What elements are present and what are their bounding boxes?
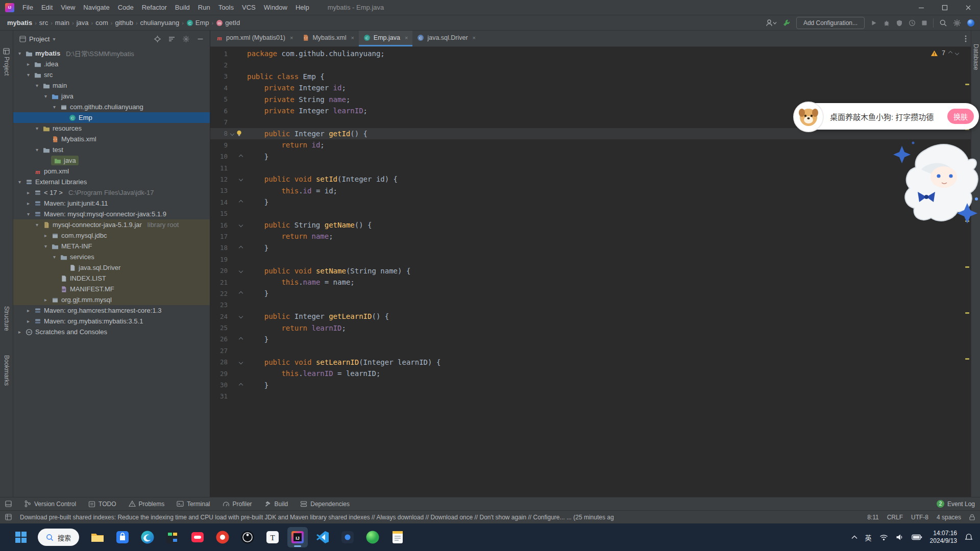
line-number[interactable]: 16 bbox=[210, 221, 228, 229]
code-line-20[interactable]: 20 public void setName(String name) { bbox=[210, 265, 971, 276]
tree-collapse-arrow-icon[interactable]: ▾ bbox=[34, 222, 40, 228]
tab-pom.xml-mybatis01[interactable]: mpom.xml (Mybatis01)× bbox=[211, 31, 298, 46]
tree-item-com.github.chulianyuang[interactable]: ▾com.github.chulianyuang bbox=[13, 102, 210, 112]
wrench-icon[interactable] bbox=[782, 17, 791, 29]
collapse-all-icon[interactable] bbox=[166, 33, 177, 44]
line-number[interactable]: 24 bbox=[210, 313, 228, 320]
line-number[interactable]: 19 bbox=[210, 256, 228, 263]
taskbar-app-obs[interactable] bbox=[237, 527, 258, 547]
tree-collapse-arrow-icon[interactable]: ▾ bbox=[42, 93, 49, 99]
tree-collapse-arrow-icon[interactable]: ▾ bbox=[34, 126, 40, 131]
code-line-4[interactable]: 4 private Integer id; bbox=[210, 82, 971, 93]
tree-item-org.gjt.mm.mysql[interactable]: ▸org.gjt.mm.mysql bbox=[13, 294, 210, 305]
start-button[interactable] bbox=[11, 527, 31, 547]
tree-item-maven-junit-junit-4.11[interactable]: ▸Maven: junit:junit:4.11 bbox=[13, 198, 210, 209]
tree-collapse-arrow-icon[interactable]: ▾ bbox=[34, 83, 40, 88]
toolwindow-button-problems[interactable]: Problems bbox=[129, 500, 165, 508]
code-line-3[interactable]: 3public class Emp { bbox=[210, 71, 971, 82]
code-line-10[interactable]: 10 } bbox=[210, 151, 971, 162]
line-number[interactable]: 26 bbox=[210, 335, 228, 343]
taskbar-app-pycharm[interactable] bbox=[162, 527, 183, 547]
tree-collapse-arrow-icon[interactable]: ▾ bbox=[42, 243, 49, 249]
tool-strip-structure[interactable]: Structure bbox=[0, 306, 13, 331]
tree-expand-arrow-icon[interactable]: ▸ bbox=[25, 308, 32, 313]
tree-item-meta-inf[interactable]: ▾META-INF bbox=[13, 241, 210, 252]
tool-strip-project[interactable]: Project bbox=[0, 48, 13, 76]
bell-icon[interactable] bbox=[965, 533, 973, 541]
close-icon[interactable]: × bbox=[290, 35, 293, 41]
chevron-down-icon[interactable]: ▾ bbox=[53, 36, 55, 42]
line-number[interactable]: 3 bbox=[210, 72, 228, 80]
fold-marker-icon[interactable] bbox=[228, 219, 247, 231]
tree-item-src[interactable]: ▾src bbox=[13, 69, 210, 80]
tree-item-mysql-connector-java-5.1.9.jar[interactable]: ▾mysql-connector-java-5.1.9.jarlibrary r… bbox=[13, 219, 210, 230]
tree-item-test[interactable]: ▾test bbox=[13, 144, 210, 155]
warning-stripe-mark[interactable] bbox=[965, 266, 969, 268]
menu-code[interactable]: Code bbox=[114, 0, 138, 15]
tree-item-java[interactable]: java bbox=[13, 155, 210, 166]
tree-item-.idea[interactable]: ▸.idea bbox=[13, 59, 210, 69]
line-number[interactable]: 6 bbox=[210, 107, 228, 115]
tree-item-mybatis[interactable]: ▾mybatisD:\日常\SSMM\mybatis bbox=[13, 48, 210, 59]
clock[interactable]: 14:07:16 2024/9/13 bbox=[930, 530, 957, 545]
taskbar-app-app-red[interactable] bbox=[212, 527, 233, 547]
tree-item-maven-org.mybatis-mybatis-3.5.1[interactable]: ▸Maven: org.mybatis:mybatis:3.5.1 bbox=[13, 316, 210, 327]
locate-file-icon[interactable] bbox=[152, 33, 163, 44]
fold-marker-icon[interactable] bbox=[228, 357, 247, 368]
code-line-13[interactable]: 13 this.id = id; bbox=[210, 185, 971, 196]
line-number[interactable]: 21 bbox=[210, 279, 228, 286]
close-icon[interactable]: × bbox=[473, 35, 476, 41]
line-number[interactable]: 23 bbox=[210, 301, 228, 309]
menu-help[interactable]: Help bbox=[291, 0, 313, 15]
tree-item-resources[interactable]: ▾resources bbox=[13, 123, 210, 134]
tree-collapse-arrow-icon[interactable]: ▾ bbox=[51, 104, 58, 110]
close-icon[interactable]: × bbox=[351, 35, 354, 41]
line-number[interactable]: 10 bbox=[210, 153, 228, 160]
toolwindow-button-build[interactable]: Build bbox=[264, 500, 288, 508]
tree-item-<-17->[interactable]: ▸< 17 >C:\Program Files\Java\jdk-17 bbox=[13, 187, 210, 198]
readonly-lock-icon[interactable] bbox=[969, 514, 975, 520]
taskbar-app-idea[interactable]: IJ bbox=[287, 527, 308, 547]
tab-options-icon[interactable] bbox=[961, 31, 971, 46]
change-skin-button[interactable]: 换肤 bbox=[947, 109, 974, 124]
input-language[interactable]: 英 bbox=[865, 533, 872, 542]
profiler-run-icon[interactable] bbox=[909, 17, 916, 29]
tab-mybatis.xml[interactable]: Mybatis.xml× bbox=[298, 31, 358, 46]
tree-collapse-arrow-icon[interactable]: ▾ bbox=[51, 254, 58, 260]
tree-collapse-arrow-icon[interactable]: ▾ bbox=[16, 51, 23, 56]
menu-vcs[interactable]: VCS bbox=[238, 0, 260, 15]
code-line-2[interactable]: 2 bbox=[210, 59, 971, 70]
code-line-8[interactable]: 8 public Integer getId() { bbox=[210, 128, 971, 139]
menu-refactor[interactable]: Refactor bbox=[138, 0, 171, 15]
line-number[interactable]: 18 bbox=[210, 244, 228, 252]
tree-item-emp[interactable]: CEmp bbox=[13, 112, 210, 123]
menu-file[interactable]: File bbox=[18, 0, 37, 15]
add-configuration-button[interactable]: Add Configuration... bbox=[796, 17, 865, 29]
line-number[interactable]: 30 bbox=[210, 381, 228, 389]
taskbar-app-vscode[interactable] bbox=[312, 527, 333, 547]
breadcrumb-mybatis[interactable]: mybatis bbox=[5, 19, 34, 27]
code-line-27[interactable]: 27 bbox=[210, 345, 971, 356]
tree-item-maven-mysql-mysql-connector-java-5.1.9[interactable]: ▾Maven: mysql:mysql-connector-java:5.1.9 bbox=[13, 209, 210, 219]
tree-item-scratches-and-consoles[interactable]: ▸Scratches and Consoles bbox=[13, 327, 210, 337]
warning-stripe-mark[interactable] bbox=[965, 358, 969, 360]
volume-icon[interactable] bbox=[896, 534, 904, 541]
code-line-9[interactable]: 9 return id; bbox=[210, 139, 971, 151]
line-number[interactable]: 15 bbox=[210, 210, 228, 217]
warning-stripe-mark[interactable] bbox=[965, 312, 969, 314]
battery-icon[interactable] bbox=[912, 534, 922, 540]
code-line-23[interactable]: 23 bbox=[210, 299, 971, 311]
line-number[interactable]: 27 bbox=[210, 347, 228, 355]
breadcrumb-emp[interactable]: CEmp bbox=[184, 19, 211, 27]
taskbar-app-typora[interactable]: T bbox=[262, 527, 283, 547]
tree-item-mybatis.xml[interactable]: Mybatis.xml bbox=[13, 134, 210, 144]
code-line-21[interactable]: 21 this.name = name; bbox=[210, 277, 971, 288]
tree-expand-arrow-icon[interactable]: ▸ bbox=[25, 190, 32, 195]
panel-settings-icon[interactable] bbox=[180, 33, 191, 44]
code-line-26[interactable]: 26 } bbox=[210, 334, 971, 345]
tree-expand-arrow-icon[interactable]: ▸ bbox=[42, 297, 49, 303]
inspections-widget[interactable]: 7 bbox=[930, 49, 959, 57]
tree-item-services[interactable]: ▾services bbox=[13, 252, 210, 262]
fold-marker-icon[interactable] bbox=[228, 151, 247, 162]
tree-item-index.list[interactable]: INDEX.LIST bbox=[13, 273, 210, 284]
